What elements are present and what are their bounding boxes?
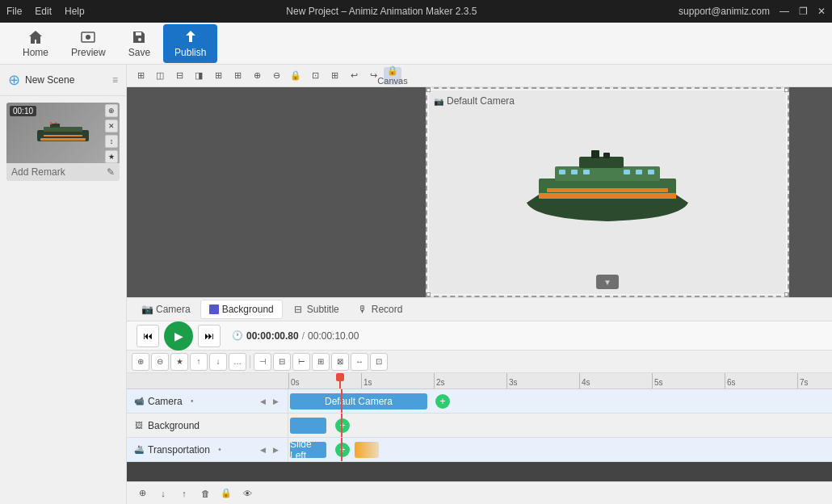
camera-track-down[interactable]: ▶: [270, 396, 281, 407]
new-scene-button[interactable]: ⊕ New Scene ≡: [0, 65, 126, 96]
canvas-frame[interactable]: 📷 Default Camera: [426, 87, 789, 297]
camera-track-up[interactable]: ◀: [257, 396, 268, 407]
minimize-btn[interactable]: —: [779, 6, 789, 17]
camera-add-keyframe[interactable]: +: [435, 394, 450, 409]
tab-record[interactable]: 🎙 Record: [349, 300, 411, 318]
prev-frame-btn[interactable]: ⏮: [137, 325, 159, 347]
footer-up-btn[interactable]: ↑: [175, 485, 193, 502]
ruler-marks: 0s 1s 2s 3s 4s 5s 6s 7s 8s 9s 10: [288, 373, 832, 388]
tl-dist-v-btn[interactable]: ⊠: [331, 353, 349, 371]
close-btn[interactable]: ✕: [817, 6, 826, 17]
scene-settings-btn[interactable]: ★: [105, 150, 118, 163]
menu-file[interactable]: File: [6, 6, 22, 17]
tl-remove-btn[interactable]: ⊖: [151, 353, 169, 371]
scene-move-btn[interactable]: ↕: [105, 135, 118, 148]
footer-lock-btn[interactable]: 🔒: [217, 485, 235, 502]
tab-subtitle[interactable]: ⊟ Subtitle: [284, 300, 347, 318]
svg-rect-20: [636, 170, 642, 174]
slide-left-clip[interactable]: Slide Left: [290, 442, 326, 458]
restore-btn[interactable]: ❐: [799, 6, 808, 17]
footer-down-btn[interactable]: ↓: [154, 485, 172, 502]
tab-background[interactable]: Background: [200, 300, 283, 319]
new-scene-label: New Scene: [25, 74, 74, 86]
transport-motion-clip[interactable]: [355, 442, 379, 458]
zoom-out-btn[interactable]: ⊖: [267, 67, 285, 85]
zoom-fit-btn[interactable]: ⊞: [132, 67, 149, 85]
timeline-tracks: 📹 Camera • ◀ ▶ Default Camera +: [127, 389, 832, 481]
svg-rect-21: [648, 170, 654, 174]
publish-button[interactable]: Publish: [163, 24, 217, 63]
scene-controls: ⊕ ✕ ↕ ★: [105, 104, 118, 163]
tl-dist-h-btn[interactable]: ⊞: [312, 353, 330, 371]
transport-track-menu[interactable]: •: [213, 443, 226, 456]
background-clip[interactable]: [290, 418, 326, 434]
scene-copy-btn[interactable]: ⊕: [105, 104, 118, 117]
align-left-btn[interactable]: ◫: [151, 67, 169, 85]
save-button[interactable]: Save: [119, 26, 160, 61]
tl-add-btn[interactable]: ⊕: [132, 353, 149, 371]
scene-delete-btn[interactable]: ✕: [105, 120, 118, 132]
scroll-down-btn[interactable]: ▼: [596, 275, 619, 289]
ship-element[interactable]: [519, 150, 696, 233]
camera-track-icon: 📹: [133, 396, 145, 407]
lock-btn[interactable]: 🔒: [287, 67, 305, 85]
crop-btn[interactable]: ⊡: [306, 67, 324, 85]
subtitle-icon: ⊟: [292, 304, 304, 315]
tl-move-btn[interactable]: ↔: [351, 353, 368, 371]
camera-icon: 📷: [141, 304, 153, 315]
footer-eye-btn[interactable]: 👁: [238, 485, 256, 502]
menu-edit[interactable]: Edit: [35, 6, 52, 17]
tl-down-btn[interactable]: ↓: [209, 353, 227, 371]
scene-thumbnail[interactable]: 00:10 ⊕ ✕ ↕ ★ Ad: [6, 103, 120, 181]
menu-help[interactable]: Help: [65, 6, 85, 17]
tl-up-btn[interactable]: ↑: [190, 353, 208, 371]
preview-button[interactable]: Preview: [61, 26, 116, 61]
ruler-2s: 2s: [434, 373, 506, 388]
background-icon: [209, 304, 219, 314]
distribute-h-btn[interactable]: ⊞: [209, 67, 227, 85]
main-content: ⊕ New Scene ≡ 00:10 ⊕ ✕: [0, 65, 832, 504]
tl-align-left-btn[interactable]: ⊣: [254, 353, 271, 371]
undo-btn[interactable]: ↩: [345, 67, 363, 85]
transport-track-right[interactable]: ▶: [270, 444, 281, 456]
svg-rect-10: [555, 166, 660, 181]
svg-rect-6: [55, 122, 57, 124]
titlebar: File Edit Help New Project – Animiz Anim…: [0, 0, 832, 23]
camera-clip[interactable]: Default Camera: [290, 393, 427, 410]
icon-toolbar: ⊞ ◫ ⊟ ◨ ⊞ ⊞ ⊕ ⊖ 🔒 ⊡ ⊞ ↩ ↪ 🔒 Canvas: [127, 65, 832, 87]
background-add-keyframe[interactable]: +: [335, 418, 350, 433]
svg-rect-18: [583, 170, 590, 174]
next-frame-btn[interactable]: ⏭: [198, 325, 221, 347]
footer-add-btn[interactable]: ⊕: [133, 485, 151, 502]
add-remark-label: Add Remark: [11, 166, 65, 178]
svg-rect-12: [591, 150, 599, 158]
tl-align-right-btn[interactable]: ⊢: [292, 353, 310, 371]
zoom-in-btn[interactable]: ⊕: [248, 67, 266, 85]
svg-point-1: [86, 35, 90, 40]
tl-star-btn[interactable]: ★: [170, 353, 188, 371]
window-controls[interactable]: support@animiz.com — ❐ ✕: [679, 6, 826, 17]
camera-track-menu[interactable]: •: [186, 395, 199, 408]
canvas-lock-btn[interactable]: 🔒 Canvas: [384, 67, 401, 85]
align-right-btn[interactable]: ◨: [190, 67, 208, 85]
edit-remark-icon[interactable]: ✎: [107, 166, 115, 178]
tl-align-center-btn[interactable]: ⊟: [273, 353, 291, 371]
menu-bar[interactable]: File Edit Help: [6, 6, 85, 17]
tl-more-btn[interactable]: …: [229, 353, 246, 371]
distribute-v-btn[interactable]: ⊞: [229, 67, 246, 85]
footer-delete-btn[interactable]: 🗑: [196, 485, 214, 502]
play-button[interactable]: ▶: [164, 321, 193, 351]
ruler-3s: 3s: [506, 373, 579, 388]
home-button[interactable]: Home: [13, 26, 58, 61]
transport-track-left[interactable]: ◀: [257, 444, 268, 456]
align-center-btn[interactable]: ⊟: [170, 67, 188, 85]
transport-add-keyframe[interactable]: +: [335, 443, 350, 457]
svg-rect-17: [571, 170, 578, 174]
tab-camera[interactable]: 📷 Camera: [133, 300, 199, 318]
tl-group-btn[interactable]: ⊡: [370, 353, 388, 371]
camera-track-content: Default Camera +: [288, 389, 832, 413]
add-remark-area[interactable]: Add Remark ✎: [6, 163, 120, 181]
background-track-name: Background: [148, 420, 200, 431]
ruler-7s: 7s: [797, 373, 832, 388]
duplicate-btn[interactable]: ⊞: [326, 67, 343, 85]
